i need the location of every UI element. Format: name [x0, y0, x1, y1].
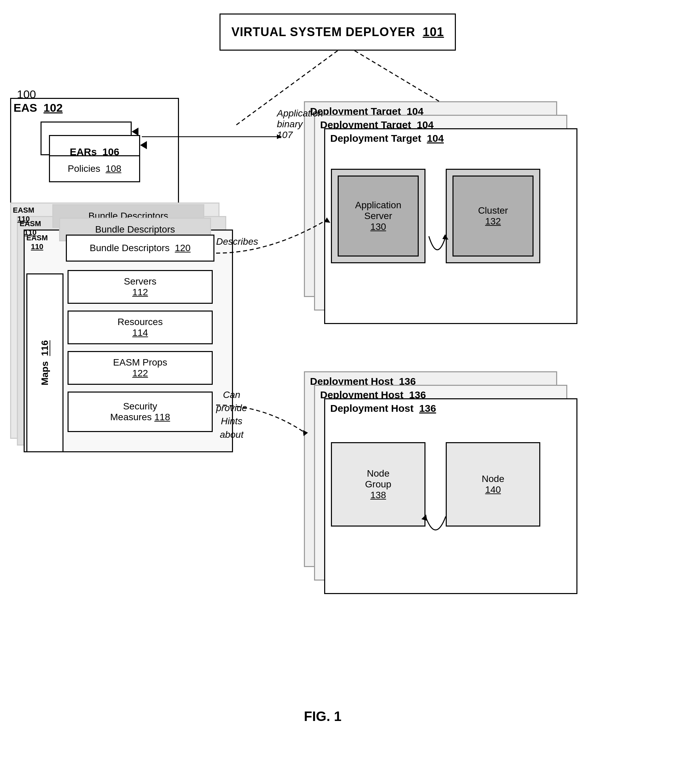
dh-front-text: Deployment Host — [330, 403, 413, 414]
vsd-text: VIRTUAL SYSTEM DEPLOYER — [231, 25, 415, 39]
security-text2: Measures 118 — [110, 412, 170, 423]
security-measures-box: Security Measures 118 — [68, 391, 213, 432]
describes-text: Describes — [216, 236, 258, 247]
dt-front-label: Deployment Target 104 — [325, 129, 577, 148]
bundle-desc-label-front: Bundle Descriptors 120 — [90, 243, 191, 253]
bundle-desc-number: 120 — [175, 243, 191, 253]
easm-props-box: EASM Props 122 — [68, 351, 213, 385]
resources-text: Resources — [118, 317, 163, 328]
dt-front-number: 104 — [427, 133, 444, 144]
cluster-text: Cluster — [478, 205, 508, 216]
easm-props-number: 122 — [113, 368, 167, 379]
app-server-inner: ApplicationServer 130 — [338, 176, 419, 256]
dt-front-text: Deployment Target — [330, 133, 422, 144]
vsd-box: VIRTUAL SYSTEM DEPLOYER 101 — [220, 13, 456, 51]
vsd-number: 101 — [423, 25, 444, 39]
node-group-number: 138 — [365, 490, 392, 501]
node-text: Node — [482, 474, 505, 484]
servers-box: Servers 112 — [68, 270, 213, 304]
eas-label-text: EAS — [13, 101, 37, 114]
app-binary-number: 107 — [277, 130, 323, 140]
app-server-box: ApplicationServer 130 — [331, 169, 425, 263]
app-binary-num-text: 107 — [277, 130, 293, 140]
policies-box: Policies 108 — [49, 155, 140, 182]
bundle-desc-front: Bundle Descriptors 120 — [66, 235, 215, 261]
easm-label-1: EASM 110 — [26, 234, 48, 251]
app-server-number: 130 — [355, 221, 402, 232]
servers-number: 112 — [124, 287, 156, 298]
maps-text: Maps — [40, 361, 50, 386]
security-number: 118 — [154, 412, 170, 422]
eas-number: 102 — [43, 101, 63, 114]
can-provide-label: CanprovideHintsabout — [216, 388, 247, 441]
app-binary-line2: binary — [277, 119, 323, 130]
dh-front-number: 136 — [419, 403, 436, 414]
policies-text: Policies — [68, 163, 100, 174]
policies-label: Policies 108 — [68, 163, 122, 174]
maps-label: Maps 116 — [40, 340, 50, 386]
node-group-box: NodeGroup 138 — [331, 442, 425, 527]
figure-label: FIG. 1 — [304, 709, 342, 724]
eas-label: EAS 102 — [13, 101, 63, 115]
resources-number: 114 — [118, 328, 163, 338]
resources-box: Resources 114 — [68, 311, 213, 344]
node-box: Node 140 — [446, 442, 540, 527]
dh-front-label: Deployment Host 136 — [325, 399, 577, 418]
node-number: 140 — [482, 484, 505, 495]
diagram: VIRTUAL SYSTEM DEPLOYER 101 100 EAS 102 … — [0, 0, 700, 777]
vsd-label: VIRTUAL SYSTEM DEPLOYER 101 — [231, 25, 444, 39]
bundle-desc-label-mid: Bundle Descriptors — [95, 224, 175, 235]
policies-number: 108 — [106, 163, 122, 174]
app-binary-label: Application binary 107 — [277, 108, 323, 140]
app-server-text: ApplicationServer — [355, 200, 402, 221]
cluster-inner: Cluster 132 — [452, 176, 533, 256]
describes-label: Describes — [216, 236, 258, 247]
maps-number: 116 — [40, 340, 50, 356]
app-binary-line1: Application — [277, 108, 323, 119]
maps-box: Maps 116 — [26, 273, 63, 452]
cluster-number: 132 — [478, 216, 508, 227]
svg-line-1 — [355, 51, 439, 101]
servers-text: Servers — [124, 276, 156, 287]
security-text: Security — [110, 401, 170, 412]
easm-props-text: EASM Props — [113, 357, 167, 368]
cluster-box: Cluster 132 — [446, 169, 540, 263]
bundle-desc-text: Bundle Descriptors — [90, 243, 170, 253]
fig-label-text: FIG. 1 — [304, 709, 342, 724]
node-group-text: NodeGroup — [365, 468, 392, 490]
